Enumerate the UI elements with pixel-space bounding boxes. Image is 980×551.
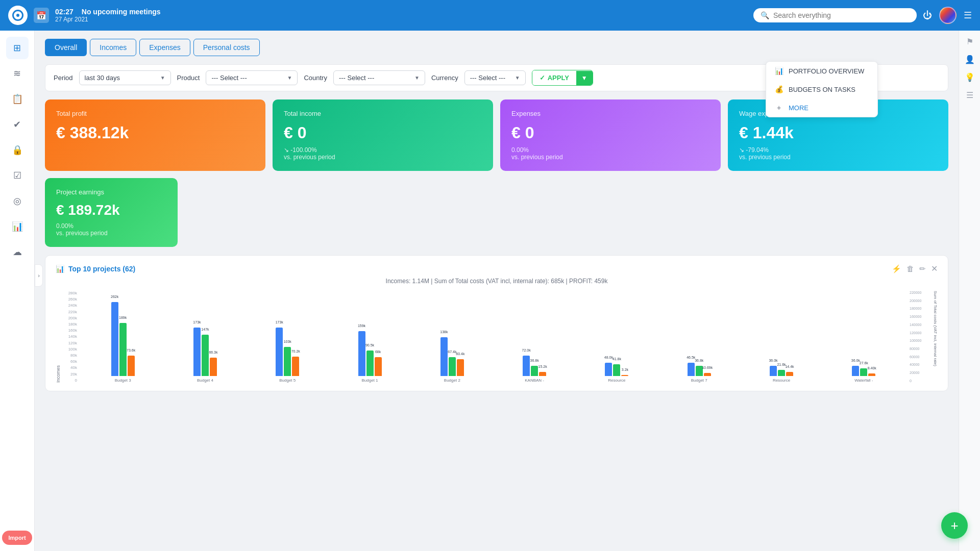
country-select[interactable]: --- Select --- ▼ (333, 70, 425, 85)
bar-group-budget1: 159k 90.5k 68k Budget 1 (330, 294, 409, 383)
bar-orange: 15.2k (539, 372, 546, 376)
search-box[interactable]: 🔍 (753, 8, 917, 22)
fab-add-button[interactable]: + (941, 512, 968, 539)
bar-blue: 262k (111, 302, 118, 376)
nav-icons: ⏻ ☰ (923, 7, 972, 24)
apply-check: ✓ (540, 74, 545, 82)
bar-xlabel: Budget 4 (197, 378, 213, 383)
chart-bars: 262k 189k 73.6k Budget 3 (79, 291, 908, 383)
bar-group-budget2: 138k 67.4k 60.4k Budget 2 (412, 294, 492, 383)
sidebar-item-cloud[interactable]: ☁ (6, 241, 29, 263)
menu-icon[interactable]: ☰ (964, 10, 972, 21)
apply-button[interactable]: ✓ APPLY ▼ (532, 70, 593, 86)
tab-personal[interactable]: Personal costs (193, 39, 260, 56)
bar-group-resource2: 36.0k 21.6k 14.4k Resource (742, 294, 821, 383)
expenses-pct: 0.00% (511, 146, 529, 154)
tasklist-icon[interactable]: ☰ (966, 90, 973, 100)
bar-orange: 14.4k (786, 372, 793, 376)
sidebar-item-tasks[interactable]: 📋 (6, 88, 29, 110)
chart-delete-icon[interactable]: 🗑 (906, 264, 914, 273)
bar-group-budget5: 173k 103k 70.2k Budget 5 (248, 294, 327, 383)
search-icon: 🔍 (761, 11, 769, 19)
wage-arrow: ↘ (739, 146, 744, 154)
bar-group-bars: 138k 67.4k 60.4k (440, 294, 464, 376)
import-button[interactable]: Import (2, 531, 32, 545)
wage-value: € 1.44k (739, 123, 937, 142)
left-panel-toggle[interactable]: › (35, 264, 43, 287)
bar-group-bars: 173k 103k 70.2k (276, 294, 299, 376)
dropdown-menu: 📊 PORTFOLIO OVERVIEW 💰 BUDGETS ON TASKS … (766, 61, 878, 117)
income-pct: -100.00% (290, 146, 316, 154)
bar-blue: 36.0k (770, 366, 777, 376)
profit-title: Total profit (56, 110, 254, 117)
chart-action-icons: ⚡ 🗑 ✏ ✕ (892, 264, 938, 273)
earnings-title: Project earnings (56, 188, 166, 196)
dropdown-portfolio[interactable]: 📊 PORTFOLIO OVERVIEW (766, 62, 877, 80)
bar-group-kanban: 72.0k 36.8k 15.2k KANBAN - (495, 294, 574, 383)
tab-incomes[interactable]: Incomes (90, 39, 136, 56)
bulb-icon[interactable]: 💡 (965, 72, 975, 82)
country-chevron: ▼ (414, 75, 420, 81)
bar-orange: 3.2k (621, 375, 628, 376)
apply-dropdown-arrow[interactable]: ▼ (576, 71, 593, 85)
bar-group-budget3: 262k 189k 73.6k Budget 3 (83, 294, 162, 383)
card-expenses: Expenses € 0 0.00% vs. previous period (500, 99, 721, 171)
expenses-vs: vs. previous period (511, 154, 563, 161)
avatar[interactable] (939, 7, 957, 24)
currency-chevron: ▼ (515, 75, 520, 81)
tab-overall[interactable]: Overall (45, 39, 87, 56)
income-change: ↘ -100.00% vs. previous period (284, 146, 482, 161)
sidebar-item-chart[interactable]: 📊 (6, 215, 29, 238)
chart-title-text: Top 10 projects (62) (68, 265, 135, 273)
grid-icon: ⊞ (13, 42, 21, 54)
chart-edit-icon[interactable]: ✏ (919, 264, 926, 273)
earnings-change: 0.00% vs. previous period (56, 222, 166, 237)
expenses-change: 0.00% vs. previous period (511, 146, 709, 161)
y-axis-left: 280k260k240k 220k200k180k 160k140k120k 1… (63, 291, 79, 383)
bar-group-bars: 46.5k 36.8k 10.69k (688, 294, 711, 376)
tabs-bar: Overall Incomes Expenses Personal costs (45, 39, 948, 56)
current-date: 27 Apr 2021 (55, 16, 747, 23)
product-label: Product (177, 74, 200, 82)
power-icon[interactable]: ⏻ (923, 10, 932, 21)
sidebar-item-dashboard[interactable]: ⊞ (6, 37, 29, 59)
bar-blue: 138k (440, 337, 448, 376)
card-total-income: Total income € 0 ↘ -100.00% vs. previous… (273, 99, 493, 171)
country-placeholder: --- Select --- (339, 74, 374, 82)
wage-vs: vs. previous period (739, 154, 791, 161)
sidebar-item-checklist[interactable]: ✔ (6, 113, 29, 136)
right-sidebar: ⚑ 👤 💡 ☰ (959, 31, 980, 551)
sidebar-item-list[interactable]: ≋ (6, 62, 29, 85)
bar-xlabel: KANBAN - (525, 378, 544, 383)
earnings-pct: 0.00% (56, 222, 74, 230)
chart-bolt-icon[interactable]: ⚡ (892, 264, 901, 273)
sidebar-item-check[interactable]: ☑ (6, 164, 29, 187)
bar-xlabel: Waterfall - (854, 378, 873, 383)
dropdown-budgets[interactable]: 💰 BUDGETS ON TASKS (766, 80, 877, 98)
user-search-icon[interactable]: 👤 (965, 55, 975, 64)
bar-group-bars: 36.0k 21.6k 14.4k (770, 294, 793, 376)
more-icon: + (774, 104, 783, 112)
sidebar-item-target[interactable]: ◎ (6, 190, 29, 212)
y-axis-left-label: Incomes (56, 291, 61, 383)
dropdown-more[interactable]: + MORE (766, 98, 877, 117)
bar-green: 90.5k (366, 350, 374, 376)
flag-icon[interactable]: ⚑ (966, 37, 973, 46)
cloud-icon: ☁ (13, 246, 22, 258)
card-total-profit: Total profit € 388.12k (45, 99, 265, 171)
currency-select[interactable]: --- Select --- ▼ (464, 70, 526, 85)
product-select[interactable]: --- Select --- ▼ (206, 70, 298, 85)
period-chevron: ▼ (160, 75, 165, 81)
expenses-value: € 0 (511, 123, 709, 142)
period-select[interactable]: last 30 days ▼ (79, 70, 171, 85)
chart-close-icon[interactable]: ✕ (931, 264, 938, 273)
bar-green: 67.4k (449, 357, 456, 376)
current-time: 02:27 (55, 8, 74, 16)
bar-blue: 48.0k (605, 363, 612, 376)
budgets-icon: 💰 (774, 85, 783, 93)
tab-expenses[interactable]: Expenses (139, 39, 190, 56)
bar-orange: 8.40k (868, 373, 875, 376)
search-input[interactable] (773, 11, 910, 19)
sidebar-item-lock[interactable]: 🔒 (6, 139, 29, 161)
app-logo[interactable] (8, 6, 28, 25)
